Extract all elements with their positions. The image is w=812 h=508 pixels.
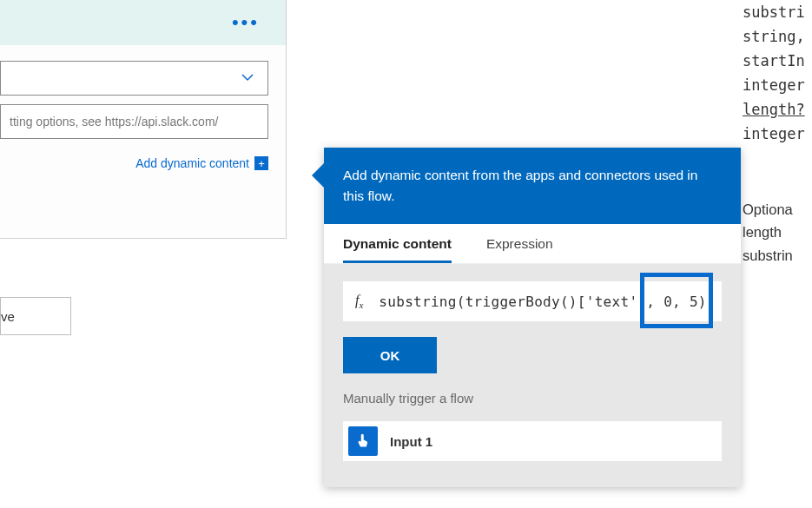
chevron-down-icon [240,69,255,88]
docs-line: startIn [743,49,812,73]
dynamic-content-flyout: Add dynamic content from the apps and co… [324,148,741,487]
action-card: ••• Add dynamic content + [0,0,287,239]
add-dynamic-row: Add dynamic content + [0,148,286,170]
dynamic-item-input-1[interactable]: Input 1 [343,421,722,461]
docs-line: string, [743,24,812,49]
docs-description: Optiona length substrin [743,198,812,267]
docs-desc-line: substrin [743,244,812,267]
fx-icon: fx [355,293,363,310]
card-header: ••• [0,0,286,45]
dynamic-item-label: Input 1 [390,434,432,449]
flyout-tabs: Dynamic content Expression [324,224,741,264]
flyout-content: fx substring(triggerBody()['text'], 0, 5… [324,264,741,487]
expression-input[interactable]: fx substring(triggerBody()['text'], 0, 5… [343,281,722,321]
docs-line: integer [743,122,812,146]
tab-dynamic-content[interactable]: Dynamic content [343,236,452,263]
save-button[interactable]: ve [0,297,71,335]
touch-icon [348,426,378,456]
docs-line: integer [743,73,812,97]
save-button-label: ve [1,309,15,324]
ok-button[interactable]: OK [343,337,437,373]
trigger-section-label: Manually trigger a flow [343,391,722,406]
flyout-header: Add dynamic content from the apps and co… [324,148,741,224]
more-icon[interactable]: ••• [232,18,260,27]
docs-desc-line: length [743,221,812,243]
docs-line: length? [743,97,812,122]
add-dynamic-content-link[interactable]: Add dynamic content [135,156,249,170]
select-field[interactable] [0,61,268,96]
expression-text: substring(triggerBody()['text'], 0, 5) [379,294,710,310]
tab-expression[interactable]: Expression [486,236,553,263]
docs-desc-line: Optiona [743,198,812,221]
message-text-input[interactable] [0,104,268,139]
plus-icon[interactable]: + [254,156,268,170]
docs-signature: substri string, startIn integer length? … [743,0,812,146]
docs-line: substri [743,0,812,24]
flyout-pointer [312,163,324,188]
card-body [0,45,286,148]
